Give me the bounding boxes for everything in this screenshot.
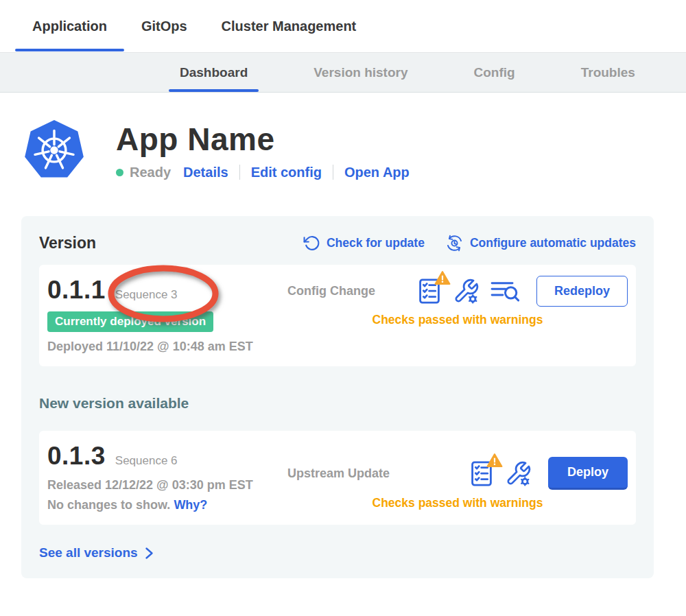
checks-status-message: Checks passed with warnings: [287, 313, 628, 327]
released-timestamp: Released 12/12/22 @ 03:30 pm EST: [47, 478, 287, 493]
open-app-link[interactable]: Open App: [344, 165, 410, 180]
details-link[interactable]: Details: [183, 165, 228, 180]
checks-status-message: Checks passed with warnings: [287, 496, 628, 510]
warning-triangle-icon: [434, 270, 451, 285]
deployed-timestamp: Deployed 11/10/22 @ 10:48 am EST: [47, 340, 287, 354]
current-version-number: 0.1.1: [47, 276, 106, 305]
preflight-checks-icon[interactable]: [469, 460, 495, 488]
tab-config[interactable]: Config: [463, 53, 526, 92]
tab-cluster-management-label: Cluster Management: [222, 19, 357, 34]
no-changes-text: No changes to show.: [47, 498, 170, 512]
available-version-card: 0.1.3 Sequence 6 Released 12/12/22 @ 03:…: [39, 431, 636, 525]
tab-version-history[interactable]: Version history: [303, 53, 418, 92]
current-version-sequence: Sequence 3: [115, 288, 178, 302]
configure-automatic-updates-label: Configure automatic updates: [470, 236, 636, 250]
tab-cluster-management[interactable]: Cluster Management: [204, 0, 374, 52]
tab-troubleshoot[interactable]: Troubles: [570, 53, 646, 92]
active-tab-underline: [15, 49, 124, 51]
check-for-update-label: Check for update: [327, 236, 425, 250]
currently-deployed-badge: Currently deployed version: [47, 311, 213, 332]
see-all-versions-label: See all versions: [39, 545, 138, 560]
active-subtab-underline: [169, 89, 259, 92]
version-source-type: Config Change: [287, 284, 375, 298]
new-version-heading: New version available: [39, 395, 636, 412]
tab-troubleshoot-label: Troubles: [581, 65, 635, 80]
deploy-button[interactable]: Deploy: [548, 457, 628, 490]
tab-application-label: Application: [32, 19, 107, 34]
tab-version-history-label: Version history: [314, 65, 407, 80]
app-header: App Name Ready Details Edit config Open …: [0, 93, 686, 182]
status-badge: Ready: [130, 165, 171, 180]
edit-config-icon[interactable]: [453, 278, 480, 305]
edit-config-icon[interactable]: [505, 460, 532, 487]
version-section: Version Check for update Configure: [21, 216, 654, 578]
redeploy-button[interactable]: Redeploy: [536, 276, 628, 307]
why-link[interactable]: Why?: [174, 498, 207, 512]
divider: [333, 165, 333, 180]
divider: [239, 165, 240, 180]
check-for-update-link[interactable]: Check for update: [303, 235, 425, 252]
available-version-number: 0.1.3: [47, 442, 106, 471]
chevron-right-icon: [145, 547, 154, 560]
current-version-card: 0.1.1 Sequence 3 Currently deployed vers…: [39, 265, 636, 366]
view-files-icon[interactable]: [490, 279, 520, 304]
version-source-type: Upstream Update: [287, 466, 390, 481]
kubernetes-logo-icon: [23, 119, 86, 182]
warning-triangle-icon: [486, 453, 503, 468]
tab-config-label: Config: [474, 65, 515, 80]
available-version-sequence: Sequence 6: [115, 454, 178, 468]
refresh-icon: [303, 235, 320, 252]
tab-dashboard[interactable]: Dashboard: [169, 53, 259, 92]
page-title: App Name: [116, 121, 410, 158]
see-all-versions-link[interactable]: See all versions: [39, 545, 636, 560]
secondary-nav: Dashboard Version history Config Trouble…: [0, 53, 686, 93]
auto-update-icon: [445, 234, 464, 252]
tab-dashboard-label: Dashboard: [180, 65, 248, 80]
tab-gitops-label: GitOps: [141, 19, 187, 34]
tab-application[interactable]: Application: [15, 0, 124, 52]
edit-config-link[interactable]: Edit config: [251, 165, 322, 180]
preflight-checks-icon[interactable]: [416, 277, 442, 305]
version-section-title: Version: [39, 234, 96, 252]
tab-gitops[interactable]: GitOps: [124, 0, 204, 52]
primary-nav: Application GitOps Cluster Management: [0, 0, 686, 53]
configure-automatic-updates-link[interactable]: Configure automatic updates: [445, 234, 636, 252]
status-dot-icon: [116, 169, 123, 176]
